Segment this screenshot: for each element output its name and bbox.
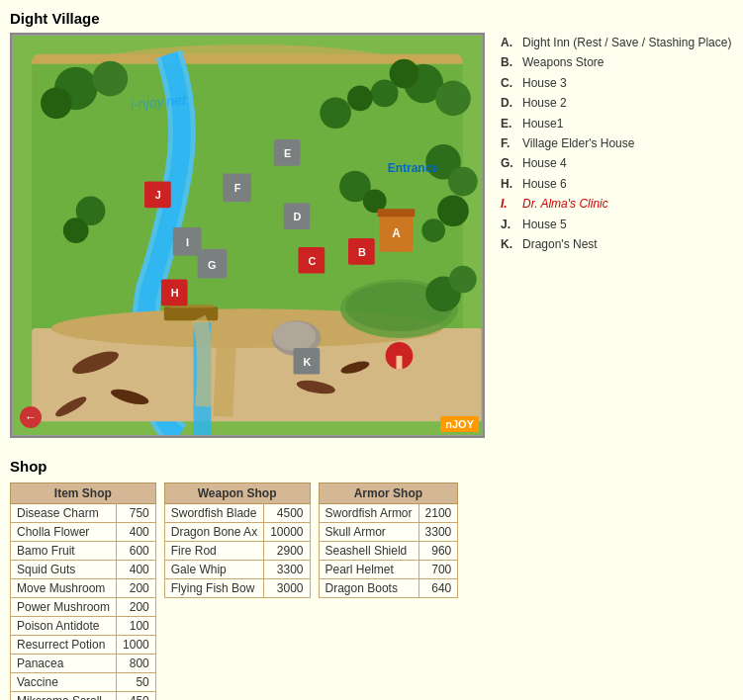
table-row: Skull Armor3300 xyxy=(319,523,458,542)
back-button[interactable]: ← xyxy=(20,406,42,428)
table-row: Power Mushroom200 xyxy=(11,598,156,617)
entrance-label: Entrance xyxy=(388,161,438,175)
table-row: Resurrect Potion1000 xyxy=(11,636,156,655)
legend-item-I: I. Dr. Alma's Clinic xyxy=(501,194,731,214)
svg-point-17 xyxy=(371,80,399,108)
svg-point-13 xyxy=(41,87,72,119)
svg-text:H: H xyxy=(171,287,179,299)
table-row: Fire Rod2900 xyxy=(164,542,310,561)
table-row: Bamo Fruit600 xyxy=(11,542,156,561)
item-shop-table: Item Shop Disease Charm750 Cholla Flower… xyxy=(10,482,156,700)
table-row: Poison Antidote100 xyxy=(11,617,156,636)
shop-tables: Item Shop Disease Charm750 Cholla Flower… xyxy=(10,482,733,700)
svg-point-15 xyxy=(435,81,471,117)
armor-shop-table: Armor Shop Swordfish Armor2100 Skull Arm… xyxy=(319,482,459,598)
legend-item-D: D. House 2 xyxy=(501,93,731,113)
weapon-shop-table: Weapon Shop Swordfish Blade4500 Dragon B… xyxy=(164,482,311,598)
armor-shop-header: Armor Shop xyxy=(319,483,458,504)
back-icon: ← xyxy=(25,410,37,424)
table-row: Seashell Shield960 xyxy=(319,542,458,561)
table-row: Flying Fish Bow3000 xyxy=(164,579,310,598)
legend-item-B: B. Weapons Store xyxy=(501,52,731,72)
svg-point-25 xyxy=(63,218,89,243)
table-row: Pearl Helmet700 xyxy=(319,561,458,579)
svg-text:C: C xyxy=(308,255,316,267)
table-row: Swordfish Armor2100 xyxy=(319,504,458,523)
table-row: Mikeroma Scroll450 xyxy=(11,692,156,701)
table-row: Gale Whip3300 xyxy=(164,561,310,579)
svg-text:A: A xyxy=(392,226,401,240)
legend-item-F: F. Village Elder's House xyxy=(501,133,731,153)
svg-text:G: G xyxy=(208,259,216,271)
svg-text:J: J xyxy=(155,189,161,201)
svg-text:K: K xyxy=(303,356,311,368)
table-row: Vaccine50 xyxy=(11,673,156,692)
svg-rect-38 xyxy=(397,356,403,370)
svg-point-22 xyxy=(437,195,469,226)
legend-item-C: C. House 3 xyxy=(501,73,731,93)
svg-text:E: E xyxy=(284,147,291,159)
table-row: Move Mushroom200 xyxy=(11,579,156,598)
legend-item-A: A. Dight Inn (Rest / Save / Stashing Pla… xyxy=(501,33,731,52)
svg-rect-40 xyxy=(378,209,416,217)
table-row: Dragon Boots640 xyxy=(319,579,458,598)
table-row: Cholla Flower400 xyxy=(11,523,156,542)
table-row: Squid Guts400 xyxy=(11,561,156,579)
table-row: Dragon Bone Ax10000 xyxy=(164,523,310,542)
item-shop-header: Item Shop xyxy=(11,483,156,504)
legend-item-E: E. House1 xyxy=(501,114,731,133)
svg-point-21 xyxy=(448,167,478,197)
svg-text:I: I xyxy=(186,236,189,248)
legend-item-H: H. House 6 xyxy=(501,174,731,194)
weapon-shop-header: Weapon Shop xyxy=(164,483,310,504)
svg-rect-6 xyxy=(164,306,218,320)
shop-section: Shop Item Shop Disease Charm750 Cholla F… xyxy=(10,458,733,700)
table-row: Disease Charm750 xyxy=(11,504,156,523)
table-row: Panacea800 xyxy=(11,655,156,673)
map-section: A B C D E F G H I xyxy=(10,33,733,438)
svg-point-23 xyxy=(421,219,445,242)
shop-title: Shop xyxy=(10,458,733,475)
njoy-badge: nJOY xyxy=(440,416,479,432)
legend-item-J: J. House 5 xyxy=(501,215,731,234)
svg-point-18 xyxy=(320,97,351,129)
legend-item-G: G. House 4 xyxy=(501,153,731,173)
svg-point-19 xyxy=(347,85,373,111)
map-container: A B C D E F G H I xyxy=(10,33,485,438)
legend: A. Dight Inn (Rest / Save / Stashing Pla… xyxy=(501,33,731,438)
svg-point-36 xyxy=(273,321,317,351)
svg-point-12 xyxy=(93,61,129,97)
table-row: Swordfish Blade4500 xyxy=(164,504,310,523)
page-title: Dight Village xyxy=(10,10,733,27)
svg-text:B: B xyxy=(358,246,366,258)
svg-point-29 xyxy=(449,266,477,294)
legend-item-K: K. Dragon's Nest xyxy=(501,234,731,254)
svg-text:D: D xyxy=(294,211,302,222)
svg-text:F: F xyxy=(234,182,241,194)
